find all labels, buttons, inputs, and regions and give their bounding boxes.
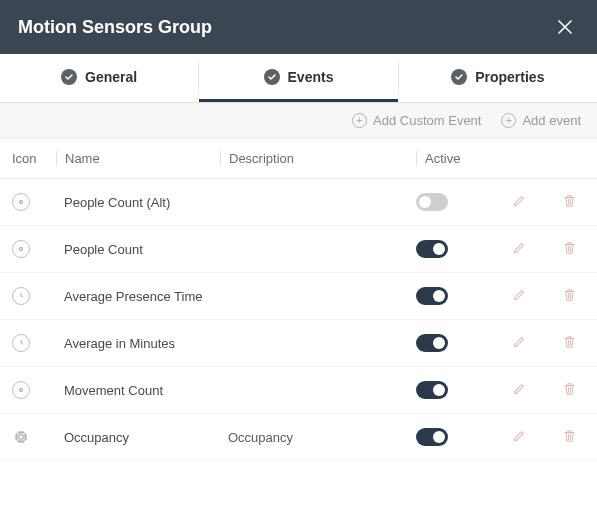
delete-button[interactable] [561, 288, 577, 304]
trash-icon [563, 241, 576, 258]
delete-button[interactable] [561, 382, 577, 398]
tab-properties[interactable]: Properties [399, 54, 597, 102]
col-header-name: Name [56, 151, 220, 166]
check-circle-icon [61, 69, 77, 85]
toggle-knob [433, 290, 445, 302]
table-row: People Count [0, 226, 597, 273]
row-name: Average in Minutes [56, 336, 220, 351]
eye-icon [12, 240, 30, 258]
trash-icon [563, 335, 576, 352]
row-description: Occupancy [220, 430, 416, 445]
check-circle-icon [264, 69, 280, 85]
delete-button[interactable] [561, 241, 577, 257]
tab-label: General [85, 69, 137, 85]
edit-button[interactable] [511, 429, 527, 445]
pencil-icon [512, 194, 526, 211]
row-icon-cell [12, 428, 56, 446]
edit-button[interactable] [511, 194, 527, 210]
svg-point-5 [20, 389, 21, 390]
row-active-cell [416, 334, 488, 352]
table-row: Movement Count [0, 367, 597, 414]
pencil-icon [512, 241, 526, 258]
pencil-icon [512, 382, 526, 399]
row-actions [488, 194, 581, 210]
button-label: Add event [522, 113, 581, 128]
active-toggle[interactable] [416, 381, 448, 399]
col-header-active: Active [416, 151, 480, 166]
toggle-knob [433, 384, 445, 396]
delete-button[interactable] [561, 335, 577, 351]
row-active-cell [416, 240, 488, 258]
active-toggle[interactable] [416, 334, 448, 352]
row-name: People Count (Alt) [56, 195, 220, 210]
tab-label: Properties [475, 69, 544, 85]
toggle-knob [433, 337, 445, 349]
row-actions [488, 288, 581, 304]
edit-button[interactable] [511, 382, 527, 398]
active-toggle[interactable] [416, 428, 448, 446]
row-icon-cell [12, 193, 56, 211]
plus-circle-icon: + [352, 113, 367, 128]
modal: Motion Sensors Group General Events Prop… [0, 0, 597, 461]
trash-icon [563, 194, 576, 211]
row-icon-cell [12, 381, 56, 399]
eye-icon [12, 193, 30, 211]
table-header: Icon Name Description Active [0, 139, 597, 179]
plus-circle-icon: + [501, 113, 516, 128]
row-actions [488, 335, 581, 351]
tab-label: Events [288, 69, 334, 85]
clock-icon [12, 287, 30, 305]
tab-general[interactable]: General [0, 54, 198, 102]
table-row: Average in Minutes [0, 320, 597, 367]
row-name: Average Presence Time [56, 289, 220, 304]
modal-title: Motion Sensors Group [18, 17, 212, 38]
check-circle-icon [451, 69, 467, 85]
delete-button[interactable] [561, 429, 577, 445]
trash-icon [563, 288, 576, 305]
table-row: People Count (Alt) [0, 179, 597, 226]
svg-point-1 [20, 201, 21, 202]
pencil-icon [512, 429, 526, 446]
trash-icon [563, 382, 576, 399]
chip-icon [12, 428, 30, 446]
row-actions [488, 382, 581, 398]
titlebar: Motion Sensors Group [0, 0, 597, 54]
row-active-cell [416, 193, 488, 211]
eye-icon [12, 381, 30, 399]
add-event-button[interactable]: + Add event [501, 113, 581, 128]
row-name: Movement Count [56, 383, 220, 398]
row-name: People Count [56, 242, 220, 257]
close-button[interactable] [551, 13, 579, 41]
clock-icon [12, 334, 30, 352]
pencil-icon [512, 335, 526, 352]
toggle-knob [419, 196, 431, 208]
table-row: Average Presence Time [0, 273, 597, 320]
row-name: Occupancy [56, 430, 220, 445]
edit-button[interactable] [511, 288, 527, 304]
tabs: General Events Properties [0, 54, 597, 103]
add-custom-event-button[interactable]: + Add Custom Event [352, 113, 481, 128]
button-label: Add Custom Event [373, 113, 481, 128]
row-actions [488, 241, 581, 257]
row-active-cell [416, 287, 488, 305]
row-active-cell [416, 381, 488, 399]
tab-events[interactable]: Events [199, 54, 397, 102]
trash-icon [563, 429, 576, 446]
table-row: OccupancyOccupancy [0, 414, 597, 461]
toolbar: + Add Custom Event + Add event [0, 103, 597, 139]
active-toggle[interactable] [416, 287, 448, 305]
svg-rect-6 [17, 433, 25, 441]
row-active-cell [416, 428, 488, 446]
edit-button[interactable] [511, 241, 527, 257]
svg-point-3 [20, 248, 21, 249]
row-icon-cell [12, 287, 56, 305]
delete-button[interactable] [561, 194, 577, 210]
active-toggle[interactable] [416, 240, 448, 258]
pencil-icon [512, 288, 526, 305]
toggle-knob [433, 431, 445, 443]
row-icon-cell [12, 334, 56, 352]
edit-button[interactable] [511, 335, 527, 351]
close-icon [557, 19, 573, 35]
row-icon-cell [12, 240, 56, 258]
active-toggle[interactable] [416, 193, 448, 211]
